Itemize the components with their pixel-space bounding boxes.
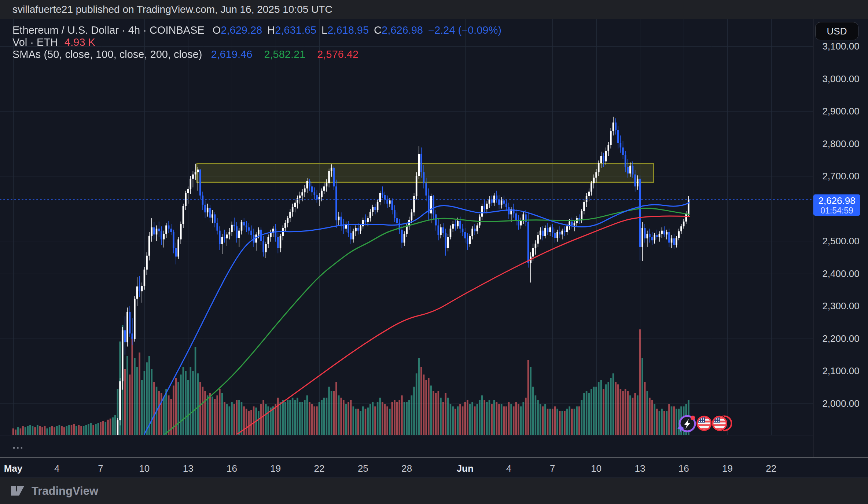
time-tick-label: 4	[506, 463, 511, 474]
time-tick-label: 7	[98, 463, 103, 474]
time-tick-label: 25	[358, 463, 368, 474]
pane-divider	[0, 435, 813, 435]
price-tick-label: 2,200.00	[813, 333, 868, 344]
ohlc-pair: O2,629.28	[213, 24, 262, 36]
time-tick-label: Jun	[457, 463, 474, 474]
bar-countdown: 01:54:59	[813, 206, 860, 215]
price-tick-label: 3,000.00	[813, 73, 868, 84]
ohlc-pair: L2,618.95	[321, 24, 369, 36]
price-axis[interactable]: 2,000.002,100.002,200.002,300.002,400.00…	[813, 19, 868, 478]
last-price-tag: 2,626.98 01:54:59	[813, 194, 860, 216]
volume-value: 4.93 K	[65, 36, 95, 48]
time-tick-label: 19	[722, 463, 733, 474]
price-tick-label: 2,800.00	[813, 138, 868, 149]
sma-values: 2,619.46 2,582.21 2,576.42	[202, 48, 358, 61]
time-tick-label: 22	[766, 463, 776, 474]
reactions-widget[interactable]	[676, 414, 732, 435]
sma200-value: 2,576.42	[317, 48, 358, 60]
sparkle-bolt-reaction-icon	[677, 416, 695, 432]
ohlc-pair: H2,631.65	[267, 24, 316, 36]
time-tick-label: 13	[635, 463, 645, 474]
time-tick-label: 22	[314, 463, 325, 474]
price-chart-canvas[interactable]	[0, 0, 868, 504]
volume-label[interactable]: Vol · ETH	[12, 36, 58, 48]
symbol-title[interactable]: Ethereum / U.S. Dollar · 4h · COINBASE	[12, 24, 205, 36]
ohlc-pair: C2,626.98	[374, 24, 423, 36]
currency-button[interactable]: USD	[815, 22, 858, 40]
price-tick-label: 2,300.00	[813, 300, 868, 312]
sma50-value: 2,619.46	[211, 48, 252, 60]
time-tick-label: 7	[550, 463, 555, 474]
time-tick-label: 16	[678, 463, 689, 474]
price-tick-label: 2,500.00	[813, 235, 868, 247]
price-tick-label: 2,000.00	[813, 398, 868, 409]
time-tick-label: 19	[270, 463, 281, 474]
footer-bar: TradingView	[0, 478, 868, 504]
chart-legend: Ethereum / U.S. Dollar · 4h · COINBASE O…	[12, 24, 501, 61]
change-value: −2.24 (−0.09%)	[428, 24, 501, 36]
price-tick-label: 2,900.00	[813, 106, 868, 117]
time-axis[interactable]: May4710131619222528Jun471013161922	[0, 458, 868, 478]
price-tick-label: 2,100.00	[813, 365, 868, 377]
time-tick-label: 10	[591, 463, 602, 474]
price-tick-label: 2,400.00	[813, 268, 868, 279]
last-price-value: 2,626.98	[813, 195, 860, 206]
time-tick-label: 16	[227, 463, 237, 474]
price-tick-label: 3,100.00	[813, 41, 868, 52]
price-tick-label: 2,700.00	[813, 171, 868, 182]
tradingview-logo-icon[interactable]	[10, 484, 28, 498]
time-tick-label: May	[4, 463, 23, 474]
time-tick-label: 13	[183, 463, 194, 474]
tradingview-brand-text[interactable]: TradingView	[32, 485, 98, 498]
time-tick-label: 28	[401, 463, 412, 474]
time-tick-label: 4	[54, 463, 59, 474]
time-tick-label: 10	[139, 463, 150, 474]
tradingview-published-chart: svillafuerte21 published on TradingView.…	[0, 0, 868, 504]
ohlc-values: O2,629.28H2,631.65L2,618.95C2,626.98	[213, 24, 428, 36]
collapsed-pane-toggle[interactable]: ...	[12, 439, 24, 451]
us-flag-reaction-icon	[696, 415, 712, 431]
sma100-value: 2,582.21	[264, 48, 305, 60]
us-flag-reaction-icon	[711, 415, 728, 431]
smas-label[interactable]: SMAs (50, close, 100, close, 200, close)	[12, 48, 202, 61]
